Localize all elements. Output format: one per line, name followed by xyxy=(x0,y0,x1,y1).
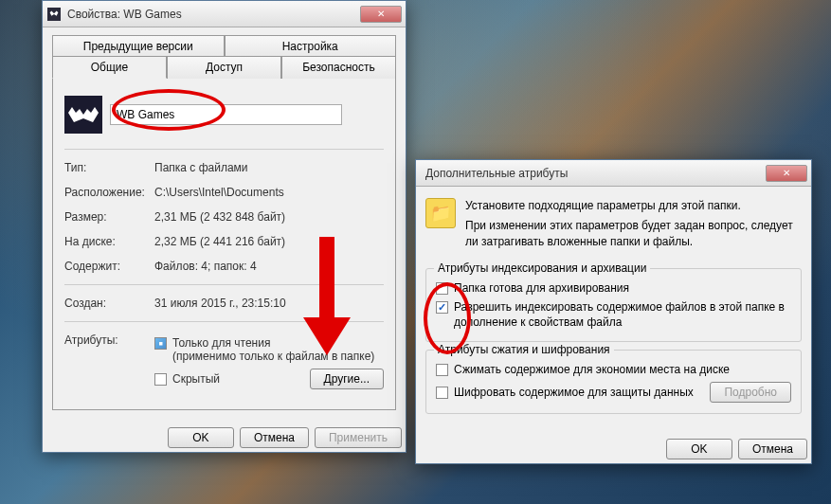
titlebar[interactable]: Дополнительные атрибуты ✕ xyxy=(416,160,811,187)
advanced-attributes-window: Дополнительные атрибуты ✕ 📁 Установите п… xyxy=(415,159,812,464)
hidden-label: Скрытый xyxy=(172,372,310,386)
properties-window: Свойства: WB Games ✕ Предыдущие версии Н… xyxy=(42,0,406,453)
type-value: Папка с файлами xyxy=(154,161,384,174)
other-attributes-button[interactable]: Другие... xyxy=(310,369,384,389)
group-title: Атрибуты сжатия и шифрования xyxy=(434,343,614,356)
readonly-hint: (применимо только к файлам в папке) xyxy=(172,350,374,363)
encrypt-label: Шифровать содержимое для защиты данных xyxy=(454,386,710,399)
size-label: Размер: xyxy=(64,210,154,224)
ok-button[interactable]: OK xyxy=(666,439,732,459)
ok-button[interactable]: OK xyxy=(168,427,234,448)
compress-checkbox[interactable] xyxy=(436,364,448,376)
encrypt-checkbox[interactable] xyxy=(436,387,448,399)
attributes-label: Атрибуты: xyxy=(64,333,154,347)
folder-name-input[interactable] xyxy=(110,104,342,125)
tab-customize[interactable]: Настройка xyxy=(225,35,397,57)
folder-icon xyxy=(64,96,102,134)
contains-value: Файлов: 4; папок: 4 xyxy=(154,260,384,273)
readonly-checkbox[interactable] xyxy=(154,337,167,350)
type-label: Тип: xyxy=(64,161,154,174)
created-value: 31 июля 2015 г., 23:15:10 xyxy=(154,297,384,310)
archive-checkbox[interactable] xyxy=(436,282,448,295)
app-icon xyxy=(46,7,62,22)
folder-info-icon: 📁 xyxy=(425,198,456,228)
compress-label: Сжимать содержимое для экономии места на… xyxy=(454,363,730,376)
location-value: C:\Users\Intel\Documents xyxy=(154,186,384,199)
tab-sharing[interactable]: Доступ xyxy=(167,56,281,79)
indexing-archive-group: Атрибуты индексирования и архивации Папк… xyxy=(425,268,802,341)
window-title: Свойства: WB Games xyxy=(67,8,360,21)
created-label: Создан: xyxy=(64,297,154,310)
window-title: Дополнительные атрибуты xyxy=(420,167,766,180)
hidden-checkbox[interactable] xyxy=(154,373,167,386)
tab-panel-general: Тип:Папка с файлами Расположение:C:\User… xyxy=(52,78,396,410)
close-button[interactable]: ✕ xyxy=(360,6,402,23)
tab-general[interactable]: Общие xyxy=(52,56,167,79)
size-value: 2,31 МБ (2 432 848 байт) xyxy=(154,210,384,224)
location-label: Расположение: xyxy=(64,186,154,199)
index-checkbox[interactable] xyxy=(436,301,448,314)
close-button[interactable]: ✕ xyxy=(766,165,807,182)
compress-encrypt-group: Атрибуты сжатия и шифрования Сжимать сод… xyxy=(425,350,802,414)
group-title: Атрибуты индексирования и архивации xyxy=(434,261,650,275)
index-label: Разрешить индексировать содержимое файло… xyxy=(454,300,791,330)
ondisk-value: 2,32 МБ (2 441 216 байт) xyxy=(154,235,384,248)
cancel-button[interactable]: Отмена xyxy=(738,439,807,459)
contains-label: Содержит: xyxy=(64,260,154,273)
ondisk-label: На диске: xyxy=(64,235,154,248)
titlebar[interactable]: Свойства: WB Games ✕ xyxy=(43,1,406,27)
tab-previous-versions[interactable]: Предыдущие версии xyxy=(52,35,225,57)
info-line2: При изменении этих параметров будет зада… xyxy=(465,218,802,250)
readonly-label: Только для чтения xyxy=(172,336,270,350)
apply-button[interactable]: Применить xyxy=(315,427,402,448)
archive-label: Папка готова для архивирования xyxy=(454,281,629,295)
info-line1: Установите подходящие параметры для этой… xyxy=(465,198,802,214)
tab-security[interactable]: Безопасность xyxy=(281,56,396,79)
details-button[interactable]: Подробно xyxy=(710,382,791,403)
cancel-button[interactable]: Отмена xyxy=(240,427,309,448)
